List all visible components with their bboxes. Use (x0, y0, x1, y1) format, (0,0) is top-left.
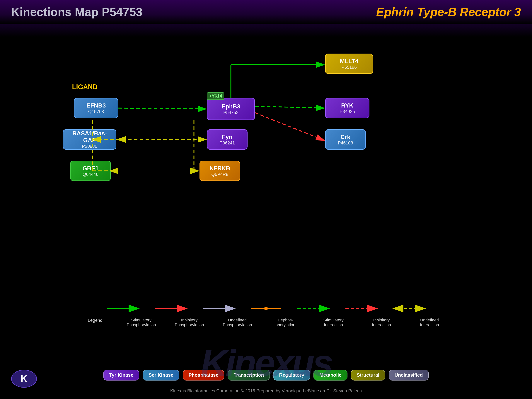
logo: K (11, 369, 37, 388)
legend-title: Legend (88, 318, 102, 323)
node-id-nfrkb: Q6P4R8 (211, 172, 228, 177)
badge-phosphatase: Phosphatase (183, 370, 224, 380)
node-id-fyn: P06241 (220, 140, 235, 146)
legend-item-inhib-int: InhibitoryInteraction (357, 318, 405, 336)
node-name-ryk: RYK (341, 102, 353, 109)
node-ryk[interactable]: RYKP34925 (325, 98, 369, 118)
svg-text:K: K (20, 373, 27, 384)
legend-stim-int-label: StimulatoryInteraction (323, 318, 344, 328)
badge-ser-kinase: Ser Kinase (143, 370, 179, 380)
node-id-rasa1: P20936 (82, 144, 97, 149)
node-rasa1[interactable]: RASA1/Ras-GAPP20936 (63, 129, 116, 150)
badge-unclassified: Unclassified (389, 370, 429, 380)
svg-line-14 (118, 108, 206, 109)
legend-item-dephos: Dephos-phorylation (261, 318, 309, 336)
node-id-mllt4: P55196 (342, 65, 357, 70)
ligand-label: LIGAND (72, 83, 98, 91)
legend-item-undef-phos: UndefinedPhosphorylation (213, 318, 261, 336)
legend-stim-phos-label: StimulatoryPhosphorylation (127, 318, 156, 328)
node-gbe1[interactable]: GBE1Q04446 (70, 161, 111, 181)
svg-line-15 (255, 113, 324, 140)
ephb3-tag: +Y614 (207, 92, 224, 100)
legend-title-item: Legend (78, 318, 115, 325)
legend-undef-phos-label: UndefinedPhosphorylation (223, 318, 252, 328)
node-id-ryk: P34925 (340, 109, 355, 114)
legend-item-inhib-phos: InhibitoryPhosphorylation (165, 318, 213, 336)
page-title: Kinections Map P54753 (11, 5, 142, 19)
node-name-nfrkb: NFRKB (209, 165, 230, 172)
node-ephb3[interactable]: EphB3P54753 (207, 98, 255, 120)
svg-line-13 (255, 106, 324, 108)
badge-strip: Tyr Kinase Ser Kinase Phosphatase Transc… (37, 370, 495, 380)
legend-dephos-label: Dephos-phorylation (275, 318, 295, 328)
badge-structural: Structural (351, 370, 385, 380)
footer-text: Kinexus Bioinformatics Corporation © 201… (0, 388, 532, 393)
legend-item-stim-phos: StimulatoryPhosphorylation (117, 318, 165, 336)
node-name-ephb3: EphB3 (222, 103, 240, 110)
node-fyn[interactable]: FynP06241 (207, 129, 247, 150)
node-mllt4[interactable]: MLLT4P55196 (325, 54, 373, 74)
svg-point-26 (264, 307, 268, 310)
header: Kinections Map P54753 Ephrin Type-B Rece… (0, 0, 532, 24)
badge-regulatory: Regulatory (273, 370, 310, 380)
node-id-gbe1: Q04446 (82, 172, 98, 177)
legend-item-undef-int: UndefinedInteraction (405, 318, 454, 336)
legend-item-stim-int: StimulatoryInteraction (309, 318, 357, 336)
node-crk[interactable]: CrkP46108 (325, 129, 366, 150)
node-name-rasa1: RASA1/Ras-GAP (67, 130, 112, 144)
legend-area: Legend StimulatoryPhosphorylation Inhibi… (0, 318, 532, 366)
protein-title: Ephrin Type-B Receptor 3 (376, 5, 521, 19)
badge-metabolic: Metabolic (313, 370, 348, 380)
legend-inhib-int-label: InhibitoryInteraction (372, 318, 391, 328)
node-nfrkb[interactable]: NFRKBQ6P4R8 (200, 161, 240, 181)
badge-transcription: Transcription (228, 370, 270, 380)
node-name-efnb3: EFNB3 (86, 102, 106, 109)
node-name-gbe1: GBE1 (82, 165, 98, 172)
badge-tyr-kinase: Tyr Kinase (103, 370, 139, 380)
node-efnb3[interactable]: EFNB3Q15768 (74, 98, 118, 118)
node-name-crk: Crk (341, 133, 350, 140)
legend-undef-int-label: UndefinedInteraction (420, 318, 439, 328)
node-name-fyn: Fyn (222, 133, 233, 140)
node-id-efnb3: Q15768 (88, 109, 104, 114)
node-id-ephb3: P54753 (223, 110, 239, 115)
legend-inhib-phos-label: InhibitoryPhosphorylation (175, 318, 204, 328)
node-name-mllt4: MLLT4 (340, 58, 359, 65)
node-id-crk: P46108 (338, 140, 353, 146)
legend-row: Legend StimulatoryPhosphorylation Inhibi… (78, 318, 454, 336)
